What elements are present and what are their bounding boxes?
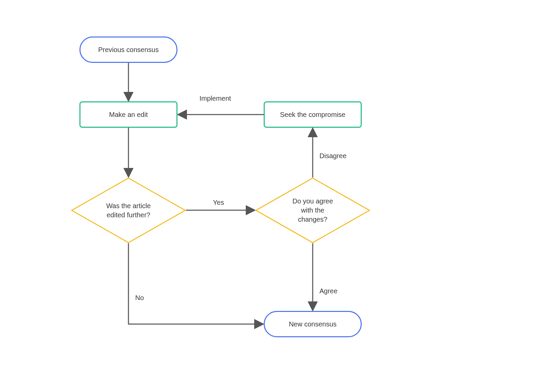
node-label: Was the article edited further? [106,201,151,220]
node-agree-changes-decision: Do you agree with the changes? [255,177,370,243]
edge-label-yes: Yes [213,199,224,206]
edge-label-disagree: Disagree [319,152,347,160]
edge-label-no: No [135,294,144,302]
node-seek-compromise: Seek the compromise [264,101,362,128]
node-label: Do you agree with the changes? [292,197,333,224]
edge-label-implement: Implement [199,95,231,102]
node-label: New consensus [289,320,336,328]
node-label: Seek the compromise [280,111,345,119]
node-make-edit: Make an edit [79,101,177,128]
edge-label-agree: Agree [319,287,337,295]
node-label: Make an edit [109,111,148,119]
node-previous-consensus: Previous consensus [79,36,177,63]
node-new-consensus: New consensus [264,311,362,337]
node-article-edited-decision: Was the article edited further? [71,177,186,243]
node-label: Previous consensus [98,46,159,54]
